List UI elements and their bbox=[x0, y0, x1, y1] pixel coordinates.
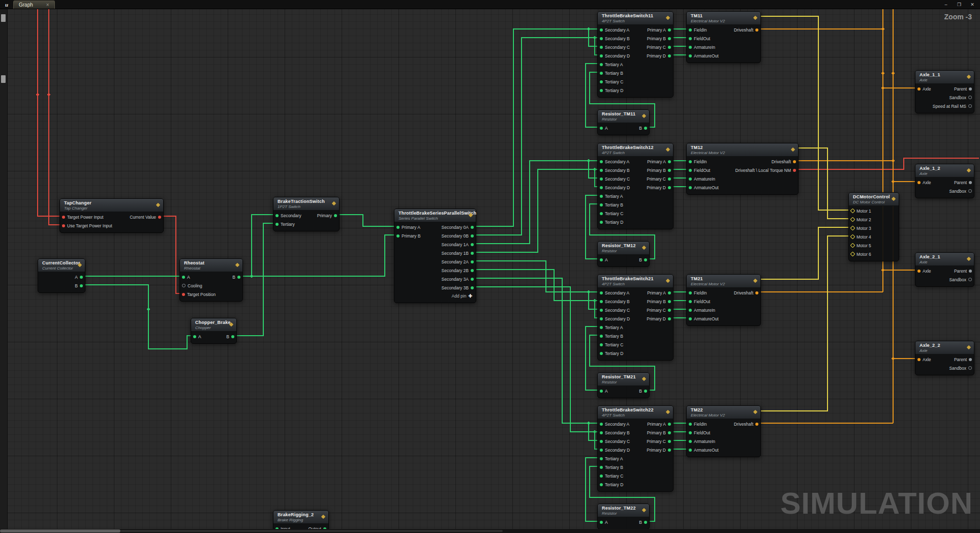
pin-armaturein[interactable]: ArmatureIn bbox=[689, 308, 715, 313]
driveshaft-pin-icon[interactable] bbox=[793, 160, 796, 163]
tertiary-b-pin-icon[interactable] bbox=[600, 203, 603, 206]
motor-2-pin-icon[interactable] bbox=[850, 217, 855, 222]
restore-button[interactable]: ❐ bbox=[953, 0, 966, 9]
secondary-b-pin-icon[interactable] bbox=[600, 169, 603, 172]
pin-armatureout[interactable]: ArmatureOut bbox=[689, 53, 719, 58]
pin-tertiary-b[interactable]: Tertiary B bbox=[600, 465, 623, 470]
node-tm22[interactable]: TM22Electrical Motor V2FieldInDriveshaft… bbox=[686, 405, 761, 457]
node-throttle-brake-switch11[interactable]: ThrottleBrakeSwitch114P2T SwitchSecondar… bbox=[597, 11, 673, 98]
node-header[interactable]: ThrottleBrakeSwitch224P2T Switch bbox=[598, 406, 673, 419]
secondary-b-pin-icon[interactable] bbox=[600, 431, 603, 434]
tertiary-a-pin-icon[interactable] bbox=[600, 457, 603, 460]
node-axle-1-2[interactable]: Axle_1_2AxleAxleParentSandbox bbox=[915, 164, 974, 198]
pin-tertiary-d[interactable]: Tertiary D bbox=[600, 88, 623, 93]
node-header[interactable]: CurrentCollectorCurrent Collector bbox=[38, 259, 85, 272]
pin-primary-d[interactable]: Primary D bbox=[647, 53, 671, 58]
driveshaft-local-torque-nm-pin-icon[interactable] bbox=[793, 169, 796, 172]
pin-secondary-b[interactable]: Secondary B bbox=[600, 430, 630, 435]
pin-primary-b[interactable]: Primary B bbox=[647, 430, 671, 435]
node-header[interactable]: TM11Electrical Motor V2 bbox=[687, 12, 760, 25]
pin-motor-1[interactable]: Motor 1 bbox=[851, 209, 871, 214]
node-header[interactable]: Axle_1_2Axle bbox=[915, 164, 974, 177]
node-header[interactable]: Chopper_BrakeChopper bbox=[191, 318, 236, 332]
node-header[interactable]: Axle_1_1Axle bbox=[915, 71, 974, 84]
pin-motor-6[interactable]: Motor 6 bbox=[851, 252, 871, 257]
pin-a[interactable]: A bbox=[600, 257, 608, 262]
pin-primary-a[interactable]: Primary A bbox=[647, 27, 671, 33]
node-header[interactable]: Axle_2_2Axle bbox=[915, 341, 974, 354]
pin-parent[interactable]: Parent bbox=[954, 269, 972, 274]
pin-secondary-2b[interactable]: Secondary 2B bbox=[442, 268, 474, 273]
node-header[interactable]: Resistor_TM21Resistor bbox=[598, 373, 649, 386]
pin-secondary-0a[interactable]: Secondary 0A bbox=[442, 225, 474, 230]
pin-primary-a[interactable]: Primary A bbox=[647, 290, 671, 295]
parent-pin-icon[interactable] bbox=[969, 358, 972, 361]
primary-b-pin-icon[interactable] bbox=[668, 37, 671, 40]
tertiary-a-pin-icon[interactable] bbox=[600, 326, 603, 329]
pin-fieldin[interactable]: FieldIn bbox=[689, 422, 707, 427]
motor-6-pin-icon[interactable] bbox=[850, 252, 855, 257]
minimize-button[interactable]: – bbox=[939, 0, 953, 9]
tertiary-c-pin-icon[interactable] bbox=[600, 343, 603, 346]
pin-a[interactable]: A bbox=[600, 520, 608, 525]
node-header[interactable]: Axle_2_1Axle bbox=[915, 253, 974, 266]
pin-secondary-c[interactable]: Secondary C bbox=[600, 308, 630, 313]
node-brake-traction-switch[interactable]: BrakeTractionSwitch1P2T SwitchSecondaryP… bbox=[273, 197, 340, 231]
node-header[interactable]: ThrottleBrakeSwitch114P2T Switch bbox=[598, 12, 673, 25]
pin-secondary-c[interactable]: Secondary C bbox=[600, 439, 630, 444]
pin-secondary-0b[interactable]: Secondary 0B bbox=[442, 233, 474, 239]
speed-at-rail-ms-pin-icon[interactable] bbox=[968, 104, 972, 108]
primary-c-pin-icon[interactable] bbox=[668, 309, 671, 312]
pin-parent[interactable]: Parent bbox=[954, 180, 972, 185]
node-resistor-tm12[interactable]: Resistor_TM12ResistorAB bbox=[597, 241, 650, 267]
secondary-3a-pin-icon[interactable] bbox=[471, 278, 474, 281]
cooling-pin-icon[interactable] bbox=[182, 284, 186, 287]
pin-armatureout[interactable]: ArmatureOut bbox=[689, 448, 719, 453]
primary-b-pin-icon[interactable] bbox=[668, 431, 671, 434]
primary-a-pin-icon[interactable] bbox=[396, 226, 400, 229]
node-tm21[interactable]: TM21Electrical Motor V2FieldInDriveshaft… bbox=[686, 274, 761, 326]
pin-primary-c[interactable]: Primary C bbox=[647, 45, 671, 50]
pin-b[interactable]: B bbox=[232, 275, 240, 280]
b-pin-icon[interactable] bbox=[80, 284, 83, 287]
pin-fieldout[interactable]: FieldOut bbox=[689, 168, 710, 173]
primary-a-pin-icon[interactable] bbox=[668, 160, 671, 163]
pin-axle[interactable]: Axle bbox=[917, 357, 931, 362]
fieldin-pin-icon[interactable] bbox=[689, 423, 692, 426]
driveshaft-pin-icon[interactable] bbox=[755, 423, 758, 426]
current-value-pin-icon[interactable] bbox=[158, 216, 161, 219]
primary-pin-icon[interactable] bbox=[334, 214, 337, 217]
node-axle-1-1[interactable]: Axle_1_1AxleAxleParentSandboxSpeed at Ra… bbox=[915, 70, 974, 113]
pin-secondary-1a[interactable]: Secondary 1A bbox=[442, 242, 474, 247]
pin-tertiary-c[interactable]: Tertiary C bbox=[600, 79, 623, 84]
tertiary-d-pin-icon[interactable] bbox=[600, 352, 603, 355]
pin-secondary-c[interactable]: Secondary C bbox=[600, 45, 630, 50]
node-throttle-brake-switch22[interactable]: ThrottleBrakeSwitch224P2T SwitchSecondar… bbox=[597, 405, 673, 492]
secondary-c-pin-icon[interactable] bbox=[600, 177, 603, 181]
pin-primary-d[interactable]: Primary D bbox=[647, 316, 671, 321]
secondary-a-pin-icon[interactable] bbox=[600, 291, 603, 294]
pin-primary-b[interactable]: Primary B bbox=[647, 299, 671, 304]
armaturein-pin-icon[interactable] bbox=[689, 440, 692, 443]
secondary-b-pin-icon[interactable] bbox=[600, 300, 603, 303]
pin-driveshaft[interactable]: Driveshaft bbox=[734, 422, 758, 427]
pin-tertiary-c[interactable]: Tertiary C bbox=[600, 211, 623, 216]
pin-motor-2[interactable]: Motor 2 bbox=[851, 217, 871, 222]
parent-pin-icon[interactable] bbox=[969, 181, 972, 184]
close-button[interactable]: ✕ bbox=[966, 0, 979, 9]
pin-armaturein[interactable]: ArmatureIn bbox=[689, 176, 715, 182]
pin-b[interactable]: B bbox=[639, 126, 647, 131]
fieldout-pin-icon[interactable] bbox=[689, 37, 692, 40]
pin-motor-3[interactable]: Motor 3 bbox=[851, 226, 871, 231]
secondary-pin-icon[interactable] bbox=[275, 214, 279, 217]
pin-motor-5[interactable]: Motor 5 bbox=[851, 243, 871, 248]
pin-secondary-a[interactable]: Secondary A bbox=[600, 422, 629, 427]
pin-secondary-b[interactable]: Secondary B bbox=[600, 299, 630, 304]
pin-tertiary-d[interactable]: Tertiary D bbox=[600, 351, 623, 356]
primary-d-pin-icon[interactable] bbox=[668, 54, 671, 57]
pin-armatureout[interactable]: ArmatureOut bbox=[689, 316, 719, 321]
pin-sandbox[interactable]: Sandbox bbox=[949, 366, 972, 371]
secondary-0a-pin-icon[interactable] bbox=[471, 226, 474, 229]
pin-b[interactable]: B bbox=[639, 520, 647, 525]
node-throttle-brake-switch21[interactable]: ThrottleBrakeSwitch214P2T SwitchSecondar… bbox=[597, 274, 673, 361]
